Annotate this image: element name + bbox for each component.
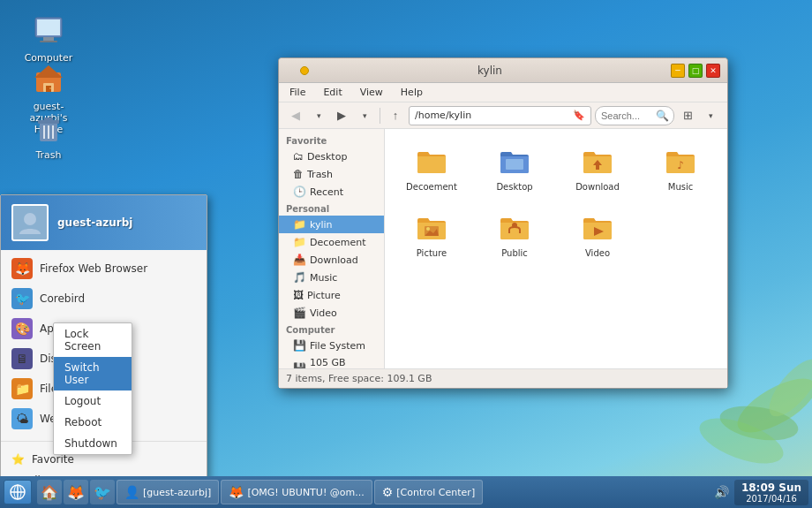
music-label: Music xyxy=(668,182,693,192)
menu-view[interactable]: View xyxy=(357,86,387,99)
view-dropdown[interactable]: ▾ xyxy=(701,106,720,125)
taskbar-clock: 18:09 Sun 2017/04/16 xyxy=(734,480,808,505)
sidebar-download-label: Download xyxy=(310,254,358,266)
back-button[interactable]: ◀ xyxy=(286,106,305,125)
sidebar-music-label: Music xyxy=(310,272,337,284)
tb-task-control-label: [Control Center] xyxy=(396,487,475,498)
download-folder-icon xyxy=(580,143,615,178)
sidebar-item-vol105[interactable]: 💾 105 GB Volume xyxy=(279,354,384,368)
path-bar[interactable]: /home/kylin 🔖 xyxy=(409,106,591,125)
file-manager-menubar: File Edit View Help xyxy=(279,83,727,102)
forward-dropdown[interactable]: ▾ xyxy=(355,106,374,125)
file-icon-download[interactable]: Download xyxy=(560,138,635,197)
close-button[interactable]: ✕ xyxy=(706,64,720,78)
sidebar-item-trash[interactable]: 🗑 Trash xyxy=(279,165,384,183)
file-icon-decoement[interactable]: Decoement xyxy=(394,138,470,197)
file-manager-title: kylin xyxy=(309,64,671,77)
taskbar-launcher-button[interactable] xyxy=(4,480,32,504)
file-manager-content: Favorite 🗂 Desktop 🗑 Trash 🕒 Recent Pers… xyxy=(279,129,727,368)
sidebar-item-video[interactable]: 🎬 Video xyxy=(279,304,384,322)
sidebar-item-kylin[interactable]: 📁 kylin xyxy=(279,216,384,233)
sidebar-recent-label: Recent xyxy=(310,186,343,198)
path-text: /home/kylin xyxy=(415,110,471,121)
sidebar-item-download[interactable]: 📥 Download xyxy=(279,251,384,269)
decoement-folder-icon xyxy=(414,143,449,178)
tray-volume-icon[interactable]: 🔊 xyxy=(714,485,729,499)
view-toggle-button[interactable]: ⊞ xyxy=(678,106,697,125)
sidebar-trash-label: Trash xyxy=(307,169,333,180)
app-firefox[interactable]: 🦊 Firefox Web Browser xyxy=(1,254,207,284)
video-folder-icon xyxy=(580,209,615,245)
taskbar-quick-launch: 🏠 🦊 🐦 xyxy=(37,480,115,504)
svg-marker-5 xyxy=(34,65,63,78)
file-icon-picture[interactable]: Picture xyxy=(394,204,470,263)
sidebar-item-recent[interactable]: 🕒 Recent xyxy=(279,183,384,201)
tb-home-icon[interactable]: 🏠 xyxy=(37,480,62,504)
svg-rect-11 xyxy=(44,118,53,121)
file-icon-video[interactable]: Video xyxy=(560,204,635,263)
sidebar-item-picture[interactable]: 🖼 Picture xyxy=(279,286,384,304)
firefox-label: Firefox Web Browser xyxy=(40,262,147,275)
logout-label: Logout xyxy=(64,395,101,407)
sidebar-item-decoement[interactable]: 📁 Decoement xyxy=(279,233,384,251)
maximize-button[interactable]: □ xyxy=(688,64,703,78)
trash-icon-img xyxy=(31,110,66,146)
tb-task-omg-icon: 🦊 xyxy=(229,485,244,499)
sidebar-recent-icon: 🕒 xyxy=(293,186,306,198)
sidebar-picture-label: Picture xyxy=(307,290,341,301)
tb-task-omg[interactable]: 🦊 [OMG! UBUNTU! @om... xyxy=(221,480,372,504)
file-icon-music[interactable]: ♪ Music xyxy=(643,138,718,197)
svg-rect-1 xyxy=(37,19,60,35)
pm-lock-screen[interactable]: Lock Screen xyxy=(54,323,132,357)
files-icon: 📁 xyxy=(11,378,33,399)
tb-bird-icon[interactable]: 🐦 xyxy=(90,480,115,504)
user-avatar xyxy=(11,204,49,241)
pm-shutdown[interactable]: Shutdown xyxy=(54,433,132,454)
svg-point-8 xyxy=(49,87,51,89)
start-menu-header: guest-azurbj xyxy=(1,195,207,250)
sidebar-download-icon: 📥 xyxy=(293,254,306,266)
sidebar-item-filesystem[interactable]: 💾 File System xyxy=(279,337,384,354)
lock-screen-label: Lock Screen xyxy=(64,328,101,353)
download-label: Download xyxy=(575,182,620,192)
file-icon-desktop[interactable]: Desktop xyxy=(477,138,553,197)
toolbar-separator-1 xyxy=(380,108,380,124)
sidebar-item-music[interactable]: 🎵 Music xyxy=(279,269,384,286)
trash-icon-label: Trash xyxy=(35,149,61,161)
minimize-button[interactable]: ─ xyxy=(671,64,685,78)
sidebar-video-icon: 🎬 xyxy=(293,307,306,319)
sidebar-picture-icon: 🖼 xyxy=(293,289,304,301)
pm-logout[interactable]: Logout xyxy=(54,390,132,412)
menu-file[interactable]: File xyxy=(286,86,309,99)
sidebar-item-desktop[interactable]: 🗂 Desktop xyxy=(279,148,384,165)
sidebar-section-personal: Personal xyxy=(279,201,384,216)
taskbar-tray: 🔊 xyxy=(710,485,733,499)
decoement-label: Decoement xyxy=(406,182,457,192)
sidebar-filesystem-label: File System xyxy=(310,340,365,352)
file-icon-public[interactable]: Public xyxy=(477,204,553,263)
tb-firefox-icon[interactable]: 🦊 xyxy=(64,480,88,504)
svg-rect-19 xyxy=(506,159,523,170)
svg-rect-2 xyxy=(43,37,54,41)
up-button[interactable]: ↑ xyxy=(386,106,405,125)
power-menu: Lock Screen Switch User Logout Reboot Sh… xyxy=(53,322,132,455)
pm-switch-user[interactable]: Switch User xyxy=(54,357,132,390)
picture-label: Picture xyxy=(417,248,447,258)
back-dropdown[interactable]: ▾ xyxy=(309,106,328,125)
clock-time: 18:09 Sun xyxy=(741,481,801,494)
pm-reboot[interactable]: Reboot xyxy=(54,412,132,433)
tb-task-guest[interactable]: 👤 [guest-azurbj] xyxy=(117,480,219,504)
sidebar-decoement-icon: 📁 xyxy=(293,236,306,248)
menu-help[interactable]: Help xyxy=(397,86,426,99)
statusbar-text: 7 items, Free space: 109.1 GB xyxy=(286,373,432,384)
sidebar-desktop-label: Desktop xyxy=(307,151,347,163)
search-icon: 🔍 xyxy=(656,110,669,122)
menu-edit[interactable]: Edit xyxy=(320,86,345,99)
tb-task-control[interactable]: ⚙ [Control Center] xyxy=(374,480,483,504)
file-manager-toolbar: ◀ ▾ ▶ ▾ ↑ /home/kylin 🔖 🔍 ⊞ ▾ xyxy=(279,102,727,129)
desktop-icon-trash[interactable]: Trash xyxy=(18,110,79,161)
forward-button[interactable]: ▶ xyxy=(332,106,351,125)
app-corebird[interactable]: 🐦 Corebird xyxy=(1,284,207,314)
desktop-icon-computer[interactable]: Computer xyxy=(18,13,79,64)
firefox-icon: 🦊 xyxy=(11,258,33,279)
